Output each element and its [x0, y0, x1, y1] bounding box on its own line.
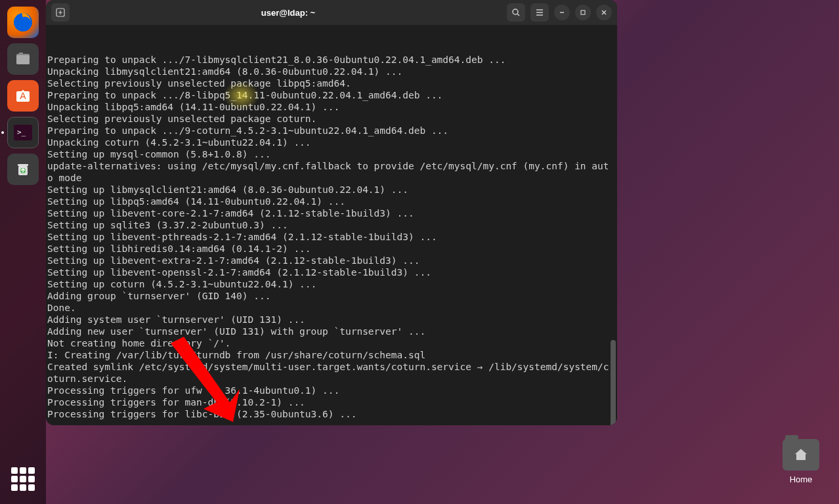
terminal-line: Setting up libmysqlclient21:amd64 (8.0.3… [47, 184, 612, 196]
desktop-home-folder[interactable]: Home [783, 439, 819, 484]
home-folder-icon [783, 439, 819, 471]
dock-apps-icon[interactable] [11, 467, 35, 491]
terminal-line: Processing triggers for man-db (2.10.2-1… [47, 396, 612, 408]
terminal-line: Preparing to unpack .../7-libmysqlclient… [47, 54, 612, 66]
dock-firefox-icon[interactable] [7, 7, 39, 38]
terminal-line: Done. [47, 302, 612, 314]
new-tab-button[interactable] [51, 3, 70, 22]
terminal-line: Unpacking libmysqlclient21:amd64 (8.0.36… [47, 66, 612, 77]
terminal-window: user@ldap: ~ Preparing to unpack .../7-l… [46, 0, 617, 425]
terminal-line: Adding new user `turnserver' (UID 131) w… [47, 326, 612, 337]
terminal-line: Created symlink /etc/systemd/system/mult… [47, 361, 612, 385]
minimize-button[interactable] [554, 5, 570, 20]
scrollbar[interactable] [611, 340, 616, 425]
menu-button[interactable] [530, 3, 549, 22]
close-button[interactable] [596, 5, 612, 20]
terminal-line: Setting up libpq5:amd64 (14.11-0ubuntu0.… [47, 196, 612, 207]
terminal-line: Selecting previously unselected package … [47, 77, 612, 89]
terminal-line: Not creating home directory `/'. [47, 337, 612, 349]
dock-terminal-icon[interactable]: >_ [7, 117, 39, 148]
dock-files-icon[interactable] [7, 43, 39, 75]
dock-trash-icon[interactable] [7, 154, 39, 185]
terminal-line: Adding group `turnserver' (GID 140) ... [47, 290, 612, 302]
svg-rect-9 [18, 164, 28, 166]
titlebar[interactable]: user@ldap: ~ [46, 0, 617, 25]
terminal-line: Processing triggers for libc-bin (2.35-0… [47, 408, 612, 420]
terminal-line: Setting up coturn (4.5.2-3.1~ubuntu22.04… [47, 278, 612, 290]
svg-text:>_: >_ [17, 128, 26, 136]
svg-rect-13 [581, 10, 585, 14]
terminal-line: Preparing to unpack .../9-coturn_4.5.2-3… [47, 125, 612, 136]
home-label: Home [790, 474, 813, 484]
terminal-line: Adding system user `turnserver' (UID 131… [47, 314, 612, 326]
terminal-line: Processing triggers for ufw (0.36.1-4ubu… [47, 385, 612, 396]
terminal-line: Setting up sqlite3 (3.37.2-2ubuntu0.3) .… [47, 219, 612, 231]
svg-text:A: A [20, 91, 26, 101]
dock-software-icon[interactable]: A [7, 80, 39, 112]
svg-rect-3 [19, 52, 23, 55]
window-title: user@ldap: ~ [75, 8, 502, 18]
svg-point-12 [513, 9, 518, 14]
terminal-line: Selecting previously unselected package … [47, 113, 612, 125]
terminal-line: update-alternatives: using /etc/mysql/my… [47, 160, 612, 184]
svg-rect-2 [16, 55, 30, 64]
terminal-line: Setting up libevent-openssl-2.1-7:amd64 … [47, 266, 612, 278]
search-button[interactable] [507, 3, 525, 22]
terminal-line: I: Creating /var/lib/turn/turndb from /u… [47, 349, 612, 361]
terminal-line: Setting up libhiredis0.14:amd64 (0.14.1-… [47, 243, 612, 255]
maximize-button[interactable] [575, 5, 591, 20]
terminal-body[interactable]: Preparing to unpack .../7-libmysqlclient… [46, 25, 617, 425]
terminal-line: Unpacking coturn (4.5.2-3.1~ubuntu22.04.… [47, 136, 612, 148]
terminal-line: Unpacking libpq5:amd64 (14.11-0ubuntu0.2… [47, 101, 612, 113]
terminal-line: Setting up libevent-core-2.1-7:amd64 (2.… [47, 207, 612, 219]
terminal-line: Preparing to unpack .../8-libpq5_14.11-0… [47, 89, 612, 101]
dock: A >_ [0, 0, 46, 504]
terminal-line: Setting up mysql-common (5.8+1.0.8) ... [47, 148, 612, 160]
terminal-line: Setting up libevent-pthreads-2.1-7:amd64… [47, 231, 612, 243]
terminal-line: Setting up libevent-extra-2.1-7:amd64 (2… [47, 255, 612, 266]
